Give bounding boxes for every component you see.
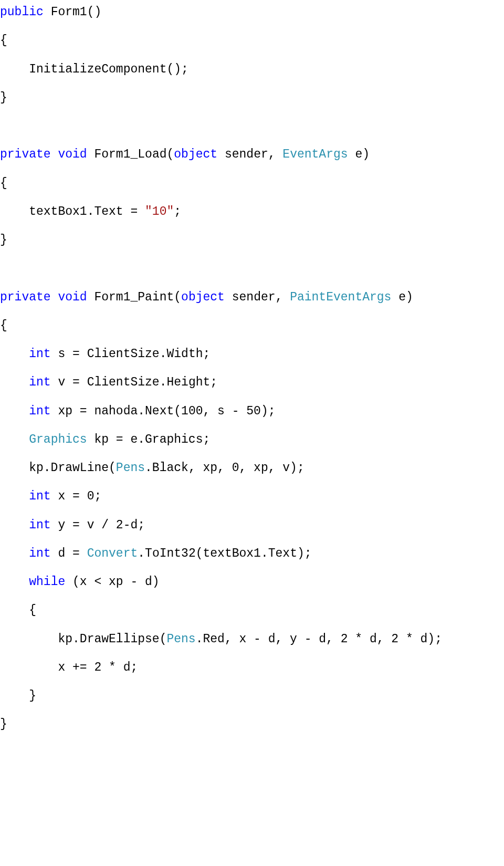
code-token: (x < xp - d) xyxy=(65,575,159,589)
code-line xyxy=(0,77,504,91)
code-line xyxy=(0,333,504,347)
code-line: private void Form1_Load(object sender, E… xyxy=(0,148,504,162)
code-line: private void Form1_Paint(object sender, … xyxy=(0,290,504,305)
code-line: } xyxy=(0,91,504,105)
code-line xyxy=(0,105,504,119)
code-token: } xyxy=(0,91,7,105)
code-block: public Form1() { InitializeComponent(); … xyxy=(0,5,504,732)
code-token: { xyxy=(0,176,7,190)
code-token xyxy=(51,290,58,304)
code-line xyxy=(0,675,504,689)
code-line: } xyxy=(0,233,504,247)
code-token: private xyxy=(0,148,51,161)
code-line xyxy=(0,162,504,176)
code-line: int x = 0; xyxy=(0,489,504,504)
code-line xyxy=(0,133,504,148)
code-line xyxy=(0,361,504,375)
code-line xyxy=(0,219,504,233)
code-token: .Red, x - d, y - d, 2 * d, 2 * d); xyxy=(196,632,442,646)
code-line xyxy=(0,447,504,461)
code-token: void xyxy=(58,148,87,161)
code-line: int y = v / 2-d; xyxy=(0,518,504,533)
code-token: Graphics xyxy=(29,433,87,446)
code-token: kp.DrawLine( xyxy=(0,461,116,475)
code-token: object xyxy=(181,290,225,304)
code-token: e) xyxy=(348,148,370,161)
code-line: int s = ClientSize.Width; xyxy=(0,347,504,361)
code-token: kp = e.Graphics; xyxy=(87,433,211,446)
code-token: int xyxy=(29,347,50,361)
code-token: textBox1.Text = xyxy=(0,205,145,218)
code-line xyxy=(0,561,504,575)
code-line: InitializeComponent(); xyxy=(0,62,504,77)
code-line: { xyxy=(0,319,504,333)
code-token: x = 0; xyxy=(51,489,102,503)
code-line xyxy=(0,589,504,603)
code-token: int xyxy=(29,547,50,560)
code-token: } xyxy=(0,689,36,703)
code-token: public xyxy=(0,5,44,19)
code-line: { xyxy=(0,176,504,191)
code-line: } xyxy=(0,689,504,703)
code-token: sender, xyxy=(225,290,290,304)
code-token xyxy=(0,518,29,532)
code-token: .Black, xp, 0, xp, v); xyxy=(145,461,304,475)
code-token: while xyxy=(29,575,65,589)
code-token xyxy=(0,489,29,503)
code-line: int d = Convert.ToInt32(textBox1.Text); xyxy=(0,547,504,561)
code-line: { xyxy=(0,603,504,618)
code-token: private xyxy=(0,290,51,304)
code-line xyxy=(0,276,504,290)
document-page: public Form1() { InitializeComponent(); … xyxy=(0,0,504,866)
code-line xyxy=(0,119,504,133)
code-line xyxy=(0,533,504,547)
code-line xyxy=(0,419,504,433)
code-token: Pens xyxy=(166,632,195,646)
code-line: Graphics kp = e.Graphics; xyxy=(0,433,504,447)
code-token: Form1_Load( xyxy=(87,148,174,161)
code-line: int xp = nahoda.Next(100, s - 50); xyxy=(0,404,504,419)
code-line: textBox1.Text = "10"; xyxy=(0,205,504,219)
code-token: int xyxy=(29,375,50,389)
code-token: v = ClientSize.Height; xyxy=(51,375,217,389)
code-line xyxy=(0,305,504,319)
code-token: int xyxy=(29,489,50,503)
code-token xyxy=(51,148,58,161)
code-line: kp.DrawLine(Pens.Black, xp, 0, xp, v); xyxy=(0,461,504,475)
code-token: s = ClientSize.Width; xyxy=(51,347,211,361)
code-line xyxy=(0,19,504,34)
code-token: "10" xyxy=(145,205,174,218)
code-token: Form1_Paint( xyxy=(87,290,181,304)
code-line: } xyxy=(0,717,504,732)
code-token: } xyxy=(0,717,7,731)
code-line xyxy=(0,475,504,489)
code-line xyxy=(0,646,504,661)
code-token: Pens xyxy=(116,461,145,475)
code-token: Convert xyxy=(87,547,138,560)
code-token: xp = nahoda.Next(100, s - 50); xyxy=(51,404,276,418)
code-token: InitializeComponent(); xyxy=(0,62,188,76)
code-line: public Form1() xyxy=(0,5,504,19)
code-token: int xyxy=(29,518,50,532)
code-token xyxy=(0,375,29,389)
code-line xyxy=(0,504,504,518)
code-line: x += 2 * d; xyxy=(0,661,504,675)
code-token: { xyxy=(0,34,7,47)
code-token: sender, xyxy=(217,148,282,161)
code-token: Form1() xyxy=(44,5,101,19)
code-line: int v = ClientSize.Height; xyxy=(0,375,504,390)
code-token: EventArgs xyxy=(282,148,348,161)
code-line: while (x < xp - d) xyxy=(0,575,504,589)
code-token: .ToInt32(textBox1.Text); xyxy=(138,547,311,560)
code-line xyxy=(0,703,504,717)
code-line xyxy=(0,618,504,632)
code-line xyxy=(0,48,504,62)
code-token xyxy=(0,404,29,418)
code-token: object xyxy=(174,148,217,161)
code-token: } xyxy=(0,233,7,247)
code-token xyxy=(0,347,29,361)
code-token: ; xyxy=(174,205,181,218)
code-token xyxy=(0,547,29,560)
code-line xyxy=(0,191,504,205)
code-line xyxy=(0,262,504,276)
